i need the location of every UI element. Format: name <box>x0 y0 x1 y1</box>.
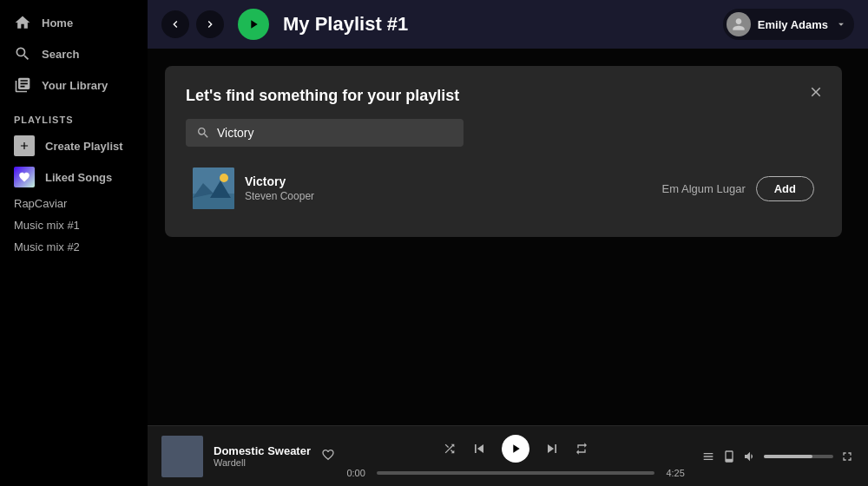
volume-button[interactable] <box>743 450 757 463</box>
track-thumbnail <box>161 436 203 477</box>
volume-bar[interactable] <box>764 455 833 458</box>
now-playing: Domestic Sweater Wardell <box>161 436 335 477</box>
fullscreen-button[interactable] <box>840 450 854 463</box>
modal-search-input[interactable] <box>217 126 453 140</box>
fullscreen-icon <box>840 450 854 463</box>
avatar <box>727 12 751 36</box>
main-content: My Playlist #1 Emily Adams <box>148 0 868 486</box>
liked-songs-label: Liked Songs <box>45 171 112 184</box>
topbar: My Playlist #1 Emily Adams <box>148 0 868 49</box>
device-icon <box>722 450 736 463</box>
header-play-button[interactable] <box>238 9 269 40</box>
player-right <box>696 450 854 463</box>
chevron-right-icon <box>203 17 217 31</box>
result-album: Em Algum Lugar <box>662 182 746 195</box>
chevron-down-icon <box>835 18 847 30</box>
progress-bar: 0:00 4:25 <box>342 468 689 478</box>
library-icon <box>14 76 31 94</box>
close-icon <box>808 84 824 100</box>
prev-button[interactable] <box>470 440 488 457</box>
home-icon <box>14 14 31 31</box>
svg-point-4 <box>220 174 228 182</box>
like-button[interactable] <box>321 448 335 465</box>
shuffle-icon <box>443 442 457 456</box>
sidebar-library-label: Your Library <box>42 79 108 92</box>
next-icon <box>543 440 561 457</box>
current-time: 0:00 <box>342 468 370 478</box>
result-track-title: Victory <box>245 174 652 188</box>
result-track-artist: Steven Cooper <box>245 190 652 202</box>
shuffle-button[interactable] <box>443 442 457 456</box>
back-button[interactable] <box>161 10 189 38</box>
repeat-icon <box>575 442 589 456</box>
player-center: 0:00 4:25 <box>342 435 689 478</box>
sidebar-liked-songs[interactable]: Liked Songs <box>0 161 148 193</box>
result-info: Victory Steven Cooper <box>245 174 652 202</box>
search-modal: Let's find something for your playlist <box>165 66 842 237</box>
add-to-playlist-button[interactable]: Add <box>756 176 814 201</box>
volume-icon <box>743 450 757 463</box>
volume-fill <box>764 455 812 458</box>
search-box <box>186 119 464 147</box>
content-area: Let's find something for your playlist <box>148 49 868 425</box>
search-icon <box>14 45 31 62</box>
sidebar-item-library[interactable]: Your Library <box>0 69 148 101</box>
sidebar-item-search[interactable]: Search <box>0 38 148 69</box>
prev-icon <box>470 440 488 457</box>
modal-title: Let's find something for your playlist <box>186 87 821 105</box>
result-thumbnail <box>193 167 234 209</box>
queue-button[interactable] <box>701 450 715 463</box>
play-icon <box>247 17 260 31</box>
page-title: My Playlist #1 <box>283 13 709 36</box>
progress-track[interactable] <box>377 471 654 475</box>
track-name: Domestic Sweater <box>214 444 311 457</box>
next-button[interactable] <box>543 440 561 457</box>
track-info: Domestic Sweater Wardell <box>214 444 311 468</box>
sidebar-item-home[interactable]: Home <box>0 7 148 38</box>
sidebar-playlist-musicmix1[interactable]: Music mix #1 <box>0 214 148 236</box>
queue-icon <box>701 450 715 463</box>
play-pause-button[interactable] <box>502 435 529 463</box>
player-bar: Domestic Sweater Wardell <box>148 425 868 486</box>
nav-buttons <box>161 10 224 38</box>
sidebar-playlist-rapcaviar[interactable]: RapCaviar <box>0 193 148 214</box>
sidebar-create-playlist[interactable]: Create Playlist <box>0 130 148 161</box>
player-controls <box>443 435 589 463</box>
sidebar-home-label: Home <box>42 16 73 30</box>
create-playlist-label: Create Playlist <box>45 140 123 153</box>
repeat-button[interactable] <box>575 442 589 456</box>
create-playlist-icon <box>14 135 35 156</box>
modal-overlay: Let's find something for your playlist <box>148 49 868 425</box>
modal-close-button[interactable] <box>804 80 828 104</box>
track-artist: Wardell <box>214 457 311 468</box>
forward-button[interactable] <box>196 10 224 38</box>
user-menu[interactable]: Emily Adams <box>723 9 854 40</box>
chevron-left-icon <box>168 17 182 31</box>
device-button[interactable] <box>722 450 736 463</box>
pause-icon <box>509 442 523 456</box>
user-name: Emily Adams <box>758 18 828 31</box>
heart-icon <box>321 448 335 462</box>
liked-songs-icon <box>14 167 35 187</box>
sidebar: Home Search Your Library PLAYLISTS Creat… <box>0 0 148 486</box>
sidebar-search-label: Search <box>42 48 79 61</box>
modal-search-icon <box>196 126 210 140</box>
total-time: 4:25 <box>661 468 689 478</box>
sidebar-playlist-musicmix2[interactable]: Music mix #2 <box>0 236 148 258</box>
album-art <box>193 167 234 209</box>
search-result-item[interactable]: Victory Steven Cooper Em Algum Lugar Add <box>186 161 821 216</box>
playlists-section-label: PLAYLISTS <box>0 101 148 130</box>
